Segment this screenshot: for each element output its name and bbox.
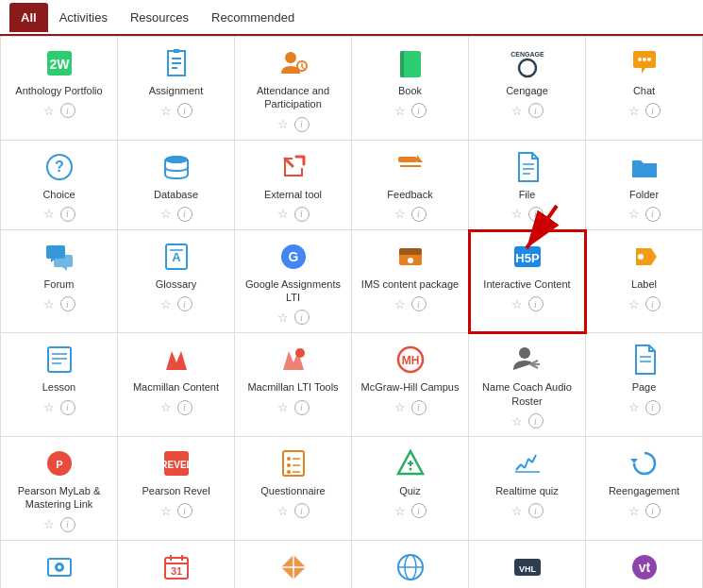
pearson-revel-star[interactable]: ☆ bbox=[160, 504, 172, 518]
quiz-star[interactable]: ☆ bbox=[394, 504, 406, 518]
lesson-star[interactable]: ☆ bbox=[43, 400, 55, 414]
grid-item-url[interactable]: URL☆i bbox=[352, 541, 469, 588]
lesson-info[interactable]: i bbox=[60, 400, 75, 415]
realtime-quiz-star[interactable]: ☆ bbox=[511, 504, 523, 518]
ims-content-star[interactable]: ☆ bbox=[394, 297, 406, 311]
pearson-mylab-star[interactable]: ☆ bbox=[43, 517, 55, 531]
external-tool-star[interactable]: ☆ bbox=[277, 207, 289, 221]
book-info[interactable]: i bbox=[411, 103, 427, 118]
choice-info[interactable]: i bbox=[60, 207, 75, 222]
questionnaire-star[interactable]: ☆ bbox=[277, 504, 289, 518]
grid-item-quiz[interactable]: Quiz☆i bbox=[352, 437, 469, 541]
assignment-info[interactable]: i bbox=[177, 103, 192, 118]
grid-item-folder[interactable]: Folder☆i bbox=[586, 141, 703, 230]
forum-info[interactable]: i bbox=[60, 296, 75, 311]
grid-item-attendance[interactable]: Attendance and Participation☆i bbox=[235, 37, 352, 141]
macmillan-lti-star[interactable]: ☆ bbox=[277, 400, 289, 414]
name-coach-star[interactable]: ☆ bbox=[511, 414, 523, 428]
name-coach-info[interactable]: i bbox=[528, 413, 544, 428]
file-star[interactable]: ☆ bbox=[511, 207, 523, 221]
file-info[interactable]: i bbox=[528, 207, 544, 222]
grid-item-mcgraw-hill[interactable]: MHMcGraw-Hill Campus☆i bbox=[352, 333, 469, 437]
realtime-quiz-info[interactable]: i bbox=[528, 503, 544, 518]
cengage-star[interactable]: ☆ bbox=[511, 104, 523, 118]
grid-item-choice[interactable]: ?Choice☆i bbox=[1, 141, 118, 230]
grid-item-google-assignments[interactable]: GGoogle Assignments LTI☆i bbox=[235, 230, 352, 334]
folder-info[interactable]: i bbox=[645, 207, 661, 222]
grid-item-pearson-revel[interactable]: REVELPearson Revel☆i bbox=[118, 437, 235, 541]
book-star[interactable]: ☆ bbox=[394, 104, 406, 118]
grid-item-anthology-portfolio[interactable]: 2WAnthology Portfolio☆i bbox=[1, 37, 118, 141]
cengage-info[interactable]: i bbox=[528, 103, 544, 118]
database-info[interactable]: i bbox=[177, 207, 192, 222]
grid-item-macmillan-content[interactable]: Macmillan Content☆i bbox=[118, 333, 235, 437]
grid-item-ims-content[interactable]: IMS content package☆i bbox=[352, 230, 469, 334]
anthology-portfolio-star[interactable]: ☆ bbox=[43, 104, 55, 118]
feedback-star[interactable]: ☆ bbox=[394, 207, 406, 221]
folder-star[interactable]: ☆ bbox=[628, 207, 640, 221]
tab-resources[interactable]: Resources bbox=[119, 3, 200, 32]
choice-star[interactable]: ☆ bbox=[43, 207, 55, 221]
quiz-info[interactable]: i bbox=[411, 503, 427, 518]
grid-item-macmillan-lti[interactable]: Macmillan LTI Tools☆i bbox=[235, 333, 352, 437]
label-star[interactable]: ☆ bbox=[628, 297, 640, 311]
grid-item-file[interactable]: File☆i bbox=[469, 141, 586, 230]
macmillan-lti-info[interactable]: i bbox=[294, 400, 310, 415]
tab-recommended[interactable]: Recommended bbox=[200, 3, 306, 32]
grid-item-database[interactable]: Database☆i bbox=[118, 141, 235, 230]
mcgraw-hill-star[interactable]: ☆ bbox=[394, 400, 406, 414]
grid-item-questionnaire[interactable]: Questionnaire☆i bbox=[235, 437, 352, 541]
grid-item-book[interactable]: Book☆i bbox=[352, 37, 469, 141]
mcgraw-hill-info[interactable]: i bbox=[411, 400, 427, 415]
pearson-mylab-info[interactable]: i bbox=[60, 517, 75, 532]
chat-star[interactable]: ☆ bbox=[628, 104, 640, 118]
glossary-star[interactable]: ☆ bbox=[160, 297, 172, 311]
questionnaire-info[interactable]: i bbox=[294, 503, 310, 518]
grid-item-feedback[interactable]: Feedback☆i bbox=[352, 141, 469, 230]
grid-item-chat[interactable]: Chat☆i bbox=[586, 37, 703, 141]
macmillan-content-info[interactable]: i bbox=[177, 400, 192, 415]
grid-item-survey[interactable]: Survey☆i bbox=[235, 541, 352, 588]
grid-item-lesson[interactable]: Lesson☆i bbox=[1, 333, 118, 437]
reengagement-star[interactable]: ☆ bbox=[628, 504, 640, 518]
reengagement-info[interactable]: i bbox=[645, 503, 661, 518]
macmillan-content-star[interactable]: ☆ bbox=[160, 400, 172, 414]
pearson-revel-info[interactable]: i bbox=[177, 503, 192, 518]
grid-item-label[interactable]: Label☆i bbox=[586, 230, 703, 334]
grid-item-external-tool[interactable]: External tool☆i bbox=[235, 141, 352, 230]
chat-info[interactable]: i bbox=[645, 103, 661, 118]
grid-item-realtime-quiz[interactable]: Realtime quiz☆i bbox=[469, 437, 586, 541]
grid-item-name-coach[interactable]: Name Coach Audio Roster☆i bbox=[469, 333, 586, 437]
grid-item-cengage[interactable]: CENGAGECengage☆i bbox=[469, 37, 586, 141]
grid-item-interactive-content[interactable]: H5PInteractive Content☆i bbox=[469, 230, 586, 334]
grid-item-scheduler[interactable]: 31Scheduler☆i bbox=[118, 541, 235, 588]
grid-item-voicethread[interactable]: vtVoiceThread☆i bbox=[586, 541, 703, 588]
grid-item-forum[interactable]: Forum☆i bbox=[1, 230, 118, 334]
anthology-portfolio-info[interactable]: i bbox=[60, 103, 75, 118]
forum-star[interactable]: ☆ bbox=[43, 297, 55, 311]
tab-all[interactable]: All bbox=[9, 3, 48, 32]
interactive-content-star[interactable]: ☆ bbox=[511, 297, 523, 311]
tab-activities[interactable]: Activities bbox=[48, 3, 119, 32]
label-info[interactable]: i bbox=[645, 296, 661, 311]
google-assignments-info[interactable]: i bbox=[294, 310, 310, 325]
google-assignments-star[interactable]: ☆ bbox=[277, 311, 289, 325]
interactive-content-info[interactable]: i bbox=[528, 296, 544, 311]
assignment-star[interactable]: ☆ bbox=[160, 104, 172, 118]
external-tool-info[interactable]: i bbox=[294, 207, 310, 222]
grid-item-pearson-mylab[interactable]: PPearson MyLab & Mastering Link☆i bbox=[1, 437, 118, 541]
grid-item-scorm[interactable]: SCORM package☆i bbox=[1, 541, 118, 588]
ims-content-info[interactable]: i bbox=[411, 296, 427, 311]
grid-item-page[interactable]: Page☆i bbox=[586, 333, 703, 437]
page-info[interactable]: i bbox=[645, 400, 661, 415]
feedback-info[interactable]: i bbox=[411, 207, 427, 222]
attendance-info[interactable]: i bbox=[294, 117, 310, 132]
grid-item-assignment[interactable]: Assignment☆i bbox=[118, 37, 235, 141]
grid-item-vhlcentral[interactable]: VHLVHLCentral☆i bbox=[469, 541, 586, 588]
page-star[interactable]: ☆ bbox=[628, 400, 640, 414]
glossary-info[interactable]: i bbox=[177, 296, 192, 311]
grid-item-glossary[interactable]: AGlossary☆i bbox=[118, 230, 235, 334]
database-star[interactable]: ☆ bbox=[160, 207, 172, 221]
attendance-star[interactable]: ☆ bbox=[277, 117, 289, 131]
grid-item-reengagement[interactable]: Reengagement☆i bbox=[586, 437, 703, 541]
